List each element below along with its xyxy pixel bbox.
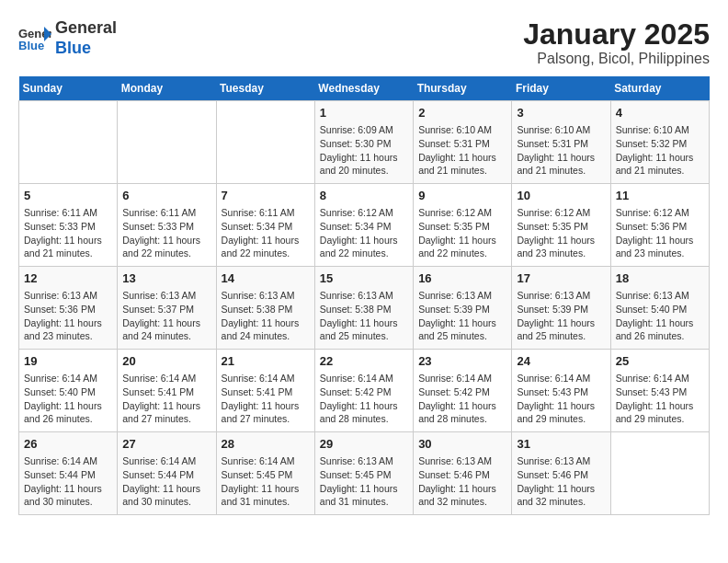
day-number: 27 <box>122 436 210 453</box>
calendar-cell: 21Sunrise: 6:14 AMSunset: 5:41 PMDayligh… <box>216 350 314 432</box>
page-title: January 2025 <box>523 18 710 51</box>
day-number: 22 <box>320 353 408 370</box>
day-number: 14 <box>222 270 310 287</box>
day-number: 6 <box>122 188 210 204</box>
page-header: General Blue General Blue January 2025 P… <box>18 18 710 67</box>
weekday-header-tuesday: Tuesday <box>216 76 314 101</box>
day-info: Sunrise: 6:12 AMSunset: 5:36 PMDaylight:… <box>616 206 704 260</box>
logo-icon: General Blue <box>18 25 51 52</box>
weekday-header-sunday: Sunday <box>19 76 118 101</box>
day-number: 15 <box>320 270 408 287</box>
calendar-cell: 6Sunrise: 6:11 AMSunset: 5:33 PMDaylight… <box>118 184 216 267</box>
day-info: Sunrise: 6:10 AMSunset: 5:31 PMDaylight:… <box>418 123 506 178</box>
calendar-cell: 4Sunrise: 6:10 AMSunset: 5:32 PMDaylight… <box>610 101 709 184</box>
day-number: 3 <box>517 105 605 121</box>
day-number: 26 <box>24 436 112 453</box>
day-number: 24 <box>517 353 605 370</box>
calendar-cell: 2Sunrise: 6:10 AMSunset: 5:31 PMDaylight… <box>414 101 512 184</box>
day-info: Sunrise: 6:14 AMSunset: 5:43 PMDaylight:… <box>517 372 605 426</box>
calendar-cell: 11Sunrise: 6:12 AMSunset: 5:36 PMDayligh… <box>610 184 709 267</box>
week-row-5: 26Sunrise: 6:14 AMSunset: 5:44 PMDayligh… <box>19 432 710 515</box>
day-number: 17 <box>517 270 605 287</box>
calendar-cell: 25Sunrise: 6:14 AMSunset: 5:43 PMDayligh… <box>610 350 709 432</box>
calendar-cell: 15Sunrise: 6:13 AMSunset: 5:38 PMDayligh… <box>314 267 413 350</box>
calendar-cell <box>118 101 216 184</box>
day-number: 11 <box>616 188 704 204</box>
day-info: Sunrise: 6:12 AMSunset: 5:35 PMDaylight:… <box>517 206 605 260</box>
calendar-cell: 13Sunrise: 6:13 AMSunset: 5:37 PMDayligh… <box>118 267 216 350</box>
day-number: 25 <box>616 353 704 370</box>
day-info: Sunrise: 6:13 AMSunset: 5:38 PMDaylight:… <box>320 289 408 343</box>
day-number: 19 <box>24 353 112 370</box>
calendar-cell: 8Sunrise: 6:12 AMSunset: 5:34 PMDaylight… <box>314 184 413 267</box>
day-info: Sunrise: 6:14 AMSunset: 5:41 PMDaylight:… <box>222 372 310 426</box>
calendar-cell: 5Sunrise: 6:11 AMSunset: 5:33 PMDaylight… <box>19 184 118 267</box>
day-number: 29 <box>320 436 408 453</box>
calendar-cell: 1Sunrise: 6:09 AMSunset: 5:30 PMDaylight… <box>314 101 413 184</box>
week-row-4: 19Sunrise: 6:14 AMSunset: 5:40 PMDayligh… <box>19 350 710 432</box>
calendar-cell: 7Sunrise: 6:11 AMSunset: 5:34 PMDaylight… <box>216 184 314 267</box>
title-block: January 2025 Palsong, Bicol, Philippines <box>523 18 710 67</box>
calendar-table: SundayMondayTuesdayWednesdayThursdayFrid… <box>18 76 710 515</box>
calendar-cell <box>216 101 314 184</box>
calendar-cell: 3Sunrise: 6:10 AMSunset: 5:31 PMDaylight… <box>512 101 610 184</box>
day-info: Sunrise: 6:10 AMSunset: 5:31 PMDaylight:… <box>517 123 605 178</box>
day-number: 28 <box>222 436 310 453</box>
day-info: Sunrise: 6:11 AMSunset: 5:33 PMDaylight:… <box>24 206 112 260</box>
calendar-cell: 10Sunrise: 6:12 AMSunset: 5:35 PMDayligh… <box>512 184 610 267</box>
day-info: Sunrise: 6:13 AMSunset: 5:45 PMDaylight:… <box>320 454 408 509</box>
calendar-cell: 26Sunrise: 6:14 AMSunset: 5:44 PMDayligh… <box>19 432 118 515</box>
day-number: 20 <box>122 353 210 370</box>
day-info: Sunrise: 6:14 AMSunset: 5:42 PMDaylight:… <box>418 372 506 426</box>
weekday-header-wednesday: Wednesday <box>314 76 413 101</box>
day-number: 5 <box>24 188 112 204</box>
weekday-header-row: SundayMondayTuesdayWednesdayThursdayFrid… <box>19 76 710 101</box>
day-number: 12 <box>24 270 112 287</box>
calendar-cell: 22Sunrise: 6:14 AMSunset: 5:42 PMDayligh… <box>314 350 413 432</box>
calendar-cell: 19Sunrise: 6:14 AMSunset: 5:40 PMDayligh… <box>19 350 118 432</box>
day-info: Sunrise: 6:13 AMSunset: 5:46 PMDaylight:… <box>418 454 506 509</box>
logo-text-general: General <box>55 18 117 39</box>
day-info: Sunrise: 6:10 AMSunset: 5:32 PMDaylight:… <box>616 123 704 178</box>
day-info: Sunrise: 6:12 AMSunset: 5:34 PMDaylight:… <box>320 206 408 260</box>
day-number: 1 <box>320 105 408 121</box>
day-number: 7 <box>222 188 310 204</box>
logo-text-blue: Blue <box>55 39 117 59</box>
day-info: Sunrise: 6:13 AMSunset: 5:40 PMDaylight:… <box>616 289 704 343</box>
day-info: Sunrise: 6:13 AMSunset: 5:39 PMDaylight:… <box>418 289 506 343</box>
day-number: 8 <box>320 188 408 204</box>
calendar-cell: 31Sunrise: 6:13 AMSunset: 5:46 PMDayligh… <box>512 432 610 515</box>
day-info: Sunrise: 6:11 AMSunset: 5:33 PMDaylight:… <box>122 206 210 260</box>
calendar-cell: 23Sunrise: 6:14 AMSunset: 5:42 PMDayligh… <box>414 350 512 432</box>
day-info: Sunrise: 6:14 AMSunset: 5:43 PMDaylight:… <box>616 372 704 426</box>
weekday-header-thursday: Thursday <box>414 76 512 101</box>
calendar-cell: 12Sunrise: 6:13 AMSunset: 5:36 PMDayligh… <box>19 267 118 350</box>
day-info: Sunrise: 6:12 AMSunset: 5:35 PMDaylight:… <box>418 206 506 260</box>
day-number: 30 <box>418 436 506 453</box>
day-info: Sunrise: 6:14 AMSunset: 5:40 PMDaylight:… <box>24 372 112 426</box>
week-row-3: 12Sunrise: 6:13 AMSunset: 5:36 PMDayligh… <box>19 267 710 350</box>
day-info: Sunrise: 6:14 AMSunset: 5:45 PMDaylight:… <box>222 454 310 509</box>
calendar-cell: 17Sunrise: 6:13 AMSunset: 5:39 PMDayligh… <box>512 267 610 350</box>
calendar-cell: 27Sunrise: 6:14 AMSunset: 5:44 PMDayligh… <box>118 432 216 515</box>
calendar-cell: 29Sunrise: 6:13 AMSunset: 5:45 PMDayligh… <box>314 432 413 515</box>
day-info: Sunrise: 6:14 AMSunset: 5:42 PMDaylight:… <box>320 372 408 426</box>
week-row-2: 5Sunrise: 6:11 AMSunset: 5:33 PMDaylight… <box>19 184 710 267</box>
logo: General Blue General Blue <box>18 18 117 58</box>
day-info: Sunrise: 6:13 AMSunset: 5:39 PMDaylight:… <box>517 289 605 343</box>
day-number: 2 <box>418 105 506 121</box>
day-info: Sunrise: 6:09 AMSunset: 5:30 PMDaylight:… <box>320 123 408 178</box>
day-number: 9 <box>418 188 506 204</box>
day-info: Sunrise: 6:14 AMSunset: 5:44 PMDaylight:… <box>122 454 210 509</box>
calendar-cell: 14Sunrise: 6:13 AMSunset: 5:38 PMDayligh… <box>216 267 314 350</box>
day-number: 21 <box>222 353 310 370</box>
day-number: 4 <box>616 105 704 121</box>
day-info: Sunrise: 6:13 AMSunset: 5:37 PMDaylight:… <box>122 289 210 343</box>
calendar-cell: 30Sunrise: 6:13 AMSunset: 5:46 PMDayligh… <box>414 432 512 515</box>
day-info: Sunrise: 6:13 AMSunset: 5:36 PMDaylight:… <box>24 289 112 343</box>
day-number: 18 <box>616 270 704 287</box>
week-row-1: 1Sunrise: 6:09 AMSunset: 5:30 PMDaylight… <box>19 101 710 184</box>
calendar-cell <box>19 101 118 184</box>
day-info: Sunrise: 6:14 AMSunset: 5:41 PMDaylight:… <box>122 372 210 426</box>
day-info: Sunrise: 6:13 AMSunset: 5:38 PMDaylight:… <box>222 289 310 343</box>
